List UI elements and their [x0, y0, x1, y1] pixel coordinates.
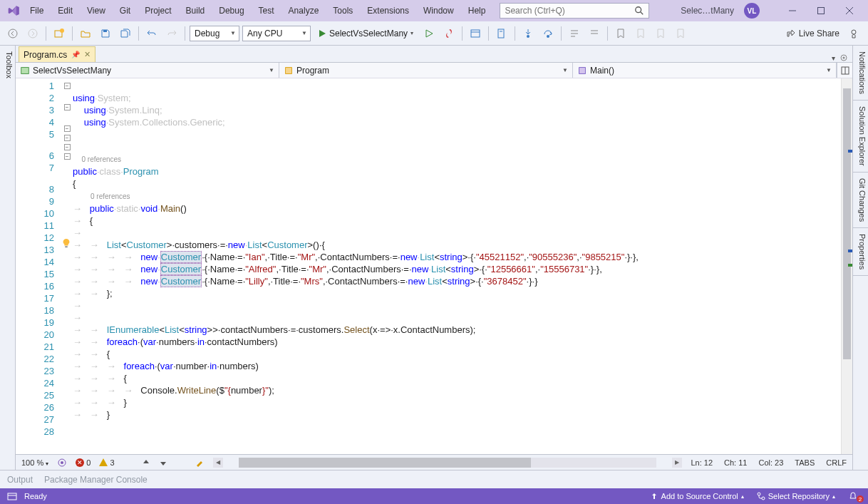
properties-tab[interactable]: Properties	[853, 228, 868, 276]
repo-button[interactable]: Select Repository ▴	[754, 492, 838, 500]
method-icon	[577, 66, 587, 76]
tab-program-cs[interactable]: Program.cs 📌 ✕	[19, 46, 95, 62]
class-icon	[284, 66, 294, 76]
line-indicator[interactable]: Ln: 12	[691, 458, 713, 467]
horizontal-scrollbar[interactable]	[239, 458, 657, 468]
maximize-button[interactable]	[808, 3, 834, 19]
menu-file[interactable]: File	[24, 3, 49, 19]
toolbox-tab[interactable]: Toolbox	[0, 46, 16, 470]
menu-build[interactable]: Build	[180, 3, 211, 19]
bookmark-next-button[interactable]	[652, 25, 669, 42]
uncomment-button[interactable]	[586, 25, 603, 42]
indent-indicator[interactable]: TABS	[795, 458, 815, 467]
comment-button[interactable]	[566, 25, 583, 42]
feedback-button[interactable]	[847, 25, 864, 42]
hot-reload-button[interactable]	[440, 25, 458, 42]
statusbar: Ready Add to Source Control ▴ Select Rep…	[0, 488, 868, 504]
brush-icon[interactable]	[195, 458, 205, 468]
bookmark-prev-button[interactable]	[632, 25, 649, 42]
eol-indicator[interactable]: CRLF	[826, 458, 847, 467]
warnings-badge[interactable]: 3	[99, 458, 114, 467]
undo-button[interactable]	[143, 25, 160, 42]
live-share-button[interactable]: Live Share	[782, 29, 844, 38]
svg-rect-10	[103, 30, 107, 32]
save-all-button[interactable]	[117, 25, 134, 42]
menu-extensions[interactable]: Extensions	[361, 3, 415, 19]
lightbulb-icon[interactable]	[61, 238, 71, 248]
editor-statusbar: 100 % ▾ ✕0 3 ◀ ▶ Ln: 12 Ch: 11 Col: 23 T…	[16, 454, 852, 470]
document-tabs: Program.cs 📌 ✕ ▾	[16, 46, 852, 63]
vertical-scrollbar[interactable]	[841, 78, 852, 454]
step-over-button[interactable]	[539, 25, 557, 42]
browse-button[interactable]	[467, 25, 484, 42]
menu-debug[interactable]: Debug	[213, 3, 249, 19]
bookmark-button[interactable]	[612, 25, 629, 42]
config-combo[interactable]: Debug▼	[190, 26, 239, 41]
platform-combo[interactable]: Any CPU▼	[242, 26, 311, 41]
open-file-button[interactable]	[77, 25, 94, 42]
code-editor[interactable]: 1234567891011121314151617181920212223242…	[16, 78, 852, 454]
avatar[interactable]: VL	[744, 3, 760, 19]
main-area: Toolbox Program.cs 📌 ✕ ▾ SelectVsSelectM…	[0, 46, 868, 470]
git-changes-tab[interactable]: Git Changes	[853, 173, 868, 228]
output-tab[interactable]: Output	[7, 475, 33, 485]
up-arrow-icon[interactable]	[142, 458, 150, 467]
down-arrow-icon[interactable]	[159, 458, 167, 467]
menu-test[interactable]: Test	[253, 3, 280, 19]
save-button[interactable]	[97, 25, 114, 42]
minimize-button[interactable]	[780, 3, 805, 19]
notifications-button[interactable]: 2	[845, 491, 861, 501]
nav-class-combo[interactable]: Program▼	[279, 63, 573, 78]
menu-view[interactable]: View	[81, 3, 111, 19]
solution-explorer-tab[interactable]: Solution Explorer	[853, 101, 868, 173]
nav-member-combo[interactable]: Main()▼	[573, 63, 837, 78]
start-no-debug-button[interactable]	[420, 25, 438, 42]
errors-badge[interactable]: ✕0	[76, 458, 91, 467]
settings-icon[interactable]	[839, 53, 848, 62]
nav-back-button[interactable]	[4, 25, 21, 42]
code-navbar: SelectVsSelectMany▼ Program▼ Main()▼	[16, 63, 852, 78]
tab-overflow-button[interactable]: ▾	[832, 54, 835, 62]
scroll-right-icon[interactable]: ▶	[672, 458, 682, 468]
nav-fwd-button[interactable]	[24, 25, 41, 42]
svg-rect-11	[471, 30, 480, 37]
bottom-tool-tabs: Output Package Manager Console	[0, 470, 868, 488]
svg-point-15	[527, 35, 529, 38]
split-editor-button[interactable]	[837, 63, 852, 78]
fold-rail[interactable]: −−−−−−	[61, 78, 73, 454]
source-control-button[interactable]: Add to Source Control ▴	[647, 492, 747, 500]
pmc-tab[interactable]: Package Manager Console	[44, 475, 148, 485]
zoom-combo[interactable]: 100 % ▾	[21, 458, 48, 467]
step-into-button[interactable]	[520, 25, 537, 42]
code-content[interactable]: using·System; using·System.Linq; using·S…	[73, 78, 841, 454]
new-project-button[interactable]	[51, 25, 68, 42]
start-debug-button[interactable]: SelectVsSelectMany ▾	[314, 25, 418, 42]
menu-tools[interactable]: Tools	[327, 3, 358, 19]
char-indicator[interactable]: Ch: 11	[724, 458, 747, 467]
pin-icon[interactable]: 📌	[71, 51, 80, 58]
ready-label: Ready	[24, 492, 47, 500]
col-indicator[interactable]: Col: 23	[758, 458, 783, 467]
menu-edit[interactable]: Edit	[52, 3, 78, 19]
close-button[interactable]	[837, 3, 862, 19]
quick-search[interactable]	[500, 3, 649, 19]
health-icon[interactable]	[57, 458, 67, 468]
bookmark-clear-button[interactable]	[672, 25, 689, 42]
menu-window[interactable]: Window	[418, 3, 460, 19]
close-icon[interactable]: ✕	[84, 50, 91, 59]
notifications-tab[interactable]: Notifications	[853, 46, 868, 101]
menu-analyze[interactable]: Analyze	[283, 3, 325, 19]
search-input[interactable]	[505, 6, 634, 16]
nav-project-combo[interactable]: SelectVsSelectMany▼	[16, 63, 279, 78]
vs-logo-icon	[6, 3, 21, 19]
menu-git[interactable]: Git	[114, 3, 136, 19]
menu-project[interactable]: Project	[139, 3, 177, 19]
svg-point-7	[29, 29, 37, 38]
menu-help[interactable]: Help	[463, 3, 492, 19]
svg-rect-26	[286, 67, 292, 73]
output-icon[interactable]	[7, 491, 17, 501]
redo-button[interactable]	[163, 25, 180, 42]
svg-rect-30	[65, 246, 68, 247]
find-in-files-button[interactable]	[493, 25, 510, 42]
scroll-left-icon[interactable]: ◀	[213, 458, 223, 468]
